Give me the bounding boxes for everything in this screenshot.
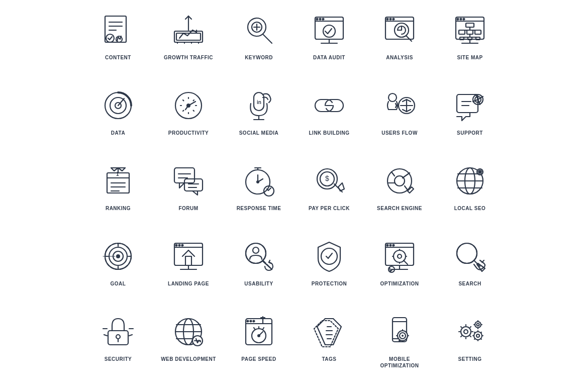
content-icon <box>98 10 138 50</box>
usability-icon <box>239 236 279 276</box>
svg-line-241 <box>481 332 481 333</box>
svg-line-120 <box>391 172 395 176</box>
svg-line-84 <box>396 106 397 108</box>
analysis-icon <box>379 10 420 50</box>
search-label: SEARCH <box>458 280 481 287</box>
svg-point-217 <box>402 335 404 337</box>
site-map-item: SITE MAP <box>440 10 500 80</box>
svg-line-178 <box>482 260 484 262</box>
goal-label: GOAL <box>111 280 126 287</box>
security-icon <box>98 312 138 352</box>
svg-rect-28 <box>385 17 414 39</box>
svg-point-39 <box>463 19 465 20</box>
svg-text:in: in <box>257 100 261 105</box>
ranking-label: RANKING <box>106 205 131 212</box>
svg-rect-48 <box>460 37 464 40</box>
svg-line-239 <box>481 339 481 339</box>
svg-rect-44 <box>467 30 473 34</box>
social-media-item: in SOCIAL MEDIA <box>229 85 289 156</box>
setting-label: SETTING <box>458 356 482 362</box>
svg-point-161 <box>387 245 388 246</box>
protection-icon <box>309 236 349 276</box>
svg-rect-20 <box>315 17 343 39</box>
web-development-icon <box>168 312 209 352</box>
search-engine-item: SEARCH ENGINE <box>369 161 430 231</box>
svg-line-240 <box>474 339 475 339</box>
data-audit-item: DATA AUDIT <box>299 10 359 80</box>
svg-point-4 <box>106 34 114 42</box>
svg-point-143 <box>176 245 177 246</box>
landing-page-label: LANDING PAGE <box>168 280 209 287</box>
svg-rect-50 <box>476 37 480 40</box>
svg-line-119 <box>403 173 410 178</box>
svg-line-238 <box>474 332 475 333</box>
link-building-icon <box>309 85 349 126</box>
svg-line-66 <box>183 111 183 111</box>
svg-point-31 <box>390 19 391 20</box>
svg-point-233 <box>476 334 479 337</box>
search-engine-label: SEARCH ENGINE <box>377 205 422 212</box>
svg-text:$: $ <box>325 174 329 182</box>
svg-line-63 <box>183 100 183 101</box>
svg-line-81 <box>407 110 411 112</box>
svg-point-117 <box>387 169 412 193</box>
svg-point-145 <box>182 245 183 246</box>
data-icon <box>98 85 138 126</box>
analysis-item: ANALYSIS <box>369 10 430 80</box>
svg-point-203 <box>257 334 260 337</box>
pay-per-click-label: PAY PER CLICK <box>309 205 350 212</box>
ranking-icon: 1 <box>98 161 138 201</box>
link-building-item: LINK BUILDING <box>299 85 359 156</box>
svg-point-23 <box>320 19 321 20</box>
svg-point-242 <box>475 322 481 328</box>
page-speed-item: PAGE SPEED <box>229 312 289 382</box>
growth-traffic-label: GROWTH TRAFFIC <box>164 54 213 61</box>
analysis-label: ANALYSIS <box>386 54 413 61</box>
svg-point-223 <box>464 330 468 334</box>
svg-point-22 <box>317 19 318 20</box>
svg-line-80 <box>407 100 411 102</box>
response-time-icon <box>239 161 279 201</box>
goal-icon <box>98 236 138 276</box>
forum-icon <box>168 161 209 201</box>
forum-item: FORUM <box>158 161 219 231</box>
svg-rect-45 <box>475 30 481 34</box>
productivity-item: PRODUCTIVITY <box>158 85 219 156</box>
svg-line-231 <box>470 327 471 328</box>
svg-point-195 <box>247 321 249 322</box>
svg-rect-193 <box>246 319 272 345</box>
svg-line-228 <box>461 327 462 328</box>
social-media-label: SOCIAL MEDIA <box>239 130 279 136</box>
svg-line-184 <box>104 335 107 336</box>
usability-label: USABILITY <box>244 280 273 287</box>
data-audit-label: DATA AUDIT <box>313 54 345 61</box>
data-item: DATA <box>88 85 148 156</box>
svg-point-74 <box>388 93 397 102</box>
svg-rect-40 <box>466 23 474 27</box>
local-seo-item: LOCAL SEO <box>440 161 500 231</box>
svg-line-158 <box>328 253 332 258</box>
svg-line-229 <box>470 336 471 337</box>
setting-icon <box>450 312 490 352</box>
growth-traffic-icon <box>168 10 209 50</box>
svg-line-79 <box>403 110 407 112</box>
security-item: SECURITY <box>88 312 148 382</box>
svg-line-78 <box>403 100 407 102</box>
protection-label: PROTECTION <box>312 280 347 287</box>
users-flow-item: USERS FLOW <box>369 85 430 156</box>
setting-item: SETTING <box>440 312 500 382</box>
mobile-optimization-icon <box>379 312 420 352</box>
tags-icon <box>309 312 349 352</box>
svg-point-243 <box>477 324 479 326</box>
svg-line-122 <box>405 186 408 190</box>
security-label: SECURITY <box>105 356 132 362</box>
mobile-optimization-label: MOBILE OPTIMIZATION <box>369 356 430 369</box>
svg-rect-141 <box>174 243 203 265</box>
svg-line-153 <box>267 264 272 269</box>
svg-point-197 <box>253 321 255 322</box>
optimization-icon <box>379 236 420 276</box>
keyword-label: KEYWORD <box>245 54 273 61</box>
content-label: CONTENT <box>105 54 131 61</box>
pay-per-click-icon: $ <box>309 161 349 201</box>
svg-point-144 <box>179 245 180 246</box>
